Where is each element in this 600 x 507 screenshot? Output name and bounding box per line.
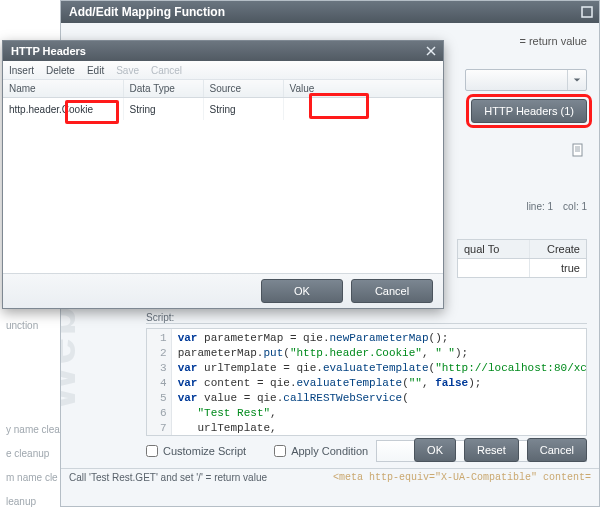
toolbar-cancel: Cancel	[151, 65, 182, 76]
edit-doc-icon[interactable]	[571, 143, 585, 157]
main-dialog-button-row: OK Reset Cancel	[414, 438, 587, 462]
main-dialog-titlebar: Add/Edit Mapping Function	[61, 1, 599, 23]
left-item: m name cle	[6, 472, 58, 483]
svg-rect-0	[582, 7, 592, 17]
status-col: col: 1	[563, 201, 587, 212]
main-dialog-title: Add/Edit Mapping Function	[69, 5, 225, 19]
hh-cancel-button[interactable]: Cancel	[351, 279, 433, 303]
http-headers-button-row: OK Cancel	[3, 273, 443, 308]
col-source[interactable]: Source	[203, 80, 283, 98]
status-line: line: 1	[526, 201, 553, 212]
meta-snippet: <meta http-equiv="X-UA-Compatible" conte…	[333, 472, 591, 483]
code-gutter: 1234567	[147, 329, 172, 435]
http-headers-toolbar: Insert Delete Edit Save Cancel	[3, 61, 443, 80]
left-item: unction	[6, 320, 38, 331]
editor-status: line: 1 col: 1	[526, 201, 587, 212]
col-name[interactable]: Name	[3, 80, 123, 98]
return-value-row: = return value	[519, 35, 587, 47]
dropdown-row	[465, 69, 587, 91]
filter-cell	[458, 259, 529, 277]
customize-script-checkbox[interactable]: Customize Script	[146, 445, 246, 457]
description-bar: Call 'Test Rest.GET' and set '/' = retur…	[61, 468, 599, 506]
ok-button[interactable]: OK	[414, 438, 456, 462]
return-value-label: = return value	[519, 35, 587, 47]
filter-col-equal-to: qual To	[458, 240, 529, 258]
toolbar-save: Save	[116, 65, 139, 76]
left-item: leanup	[6, 496, 36, 507]
http-headers-button[interactable]: HTTP Headers (1)	[471, 99, 587, 123]
toolbar-insert[interactable]: Insert	[9, 65, 34, 76]
cell-source[interactable]: String	[203, 98, 283, 121]
http-headers-titlebar: HTTP Headers	[3, 41, 443, 61]
script-section: Script: 1234567 var parameterMap = qie.n…	[146, 323, 587, 436]
value-dropdown[interactable]	[465, 69, 587, 91]
filter-table: qual To Create true	[457, 239, 587, 278]
table-row[interactable]: http.header.Cookie String String	[3, 98, 443, 121]
hh-ok-button[interactable]: OK	[261, 279, 343, 303]
chevron-down-icon	[567, 70, 586, 90]
customize-script-input[interactable]	[146, 445, 158, 457]
http-headers-button-row: HTTP Headers (1)	[471, 99, 587, 123]
toolbar-edit[interactable]: Edit	[87, 65, 104, 76]
code-content: var parameterMap = qie.newParameterMap()…	[172, 329, 586, 435]
http-headers-dialog: HTTP Headers Insert Delete Edit Save Can…	[2, 40, 444, 309]
highlight-value	[309, 93, 369, 119]
left-item: e cleanup	[6, 448, 49, 459]
customize-script-label: Customize Script	[163, 445, 246, 457]
col-data-type[interactable]: Data Type	[123, 80, 203, 98]
toolbar-delete[interactable]: Delete	[46, 65, 75, 76]
filter-col-create: Create	[529, 240, 586, 258]
filter-cell-create: true	[529, 259, 586, 277]
maximize-icon[interactable]	[581, 6, 593, 18]
svg-rect-1	[573, 144, 582, 156]
apply-condition-input[interactable]	[274, 445, 286, 457]
cell-value[interactable]	[283, 98, 443, 121]
description-text: Call 'Test Rest.GET' and set '/' = retur…	[69, 472, 267, 483]
script-label: Script:	[146, 312, 174, 323]
cancel-button[interactable]: Cancel	[527, 438, 587, 462]
cell-name[interactable]: http.header.Cookie	[3, 98, 123, 121]
close-icon[interactable]	[425, 45, 437, 57]
http-headers-grid[interactable]: Name Data Type Source Value http.header.…	[3, 80, 443, 273]
watermark: Web	[61, 305, 86, 411]
apply-condition-label: Apply Condition	[291, 445, 368, 457]
reset-button[interactable]: Reset	[464, 438, 519, 462]
apply-condition-checkbox[interactable]: Apply Condition	[274, 445, 368, 457]
highlight-cookie	[65, 100, 119, 124]
http-headers-title: HTTP Headers	[11, 45, 86, 57]
cell-data-type[interactable]: String	[123, 98, 203, 121]
script-editor[interactable]: 1234567 var parameterMap = qie.newParame…	[146, 328, 587, 436]
